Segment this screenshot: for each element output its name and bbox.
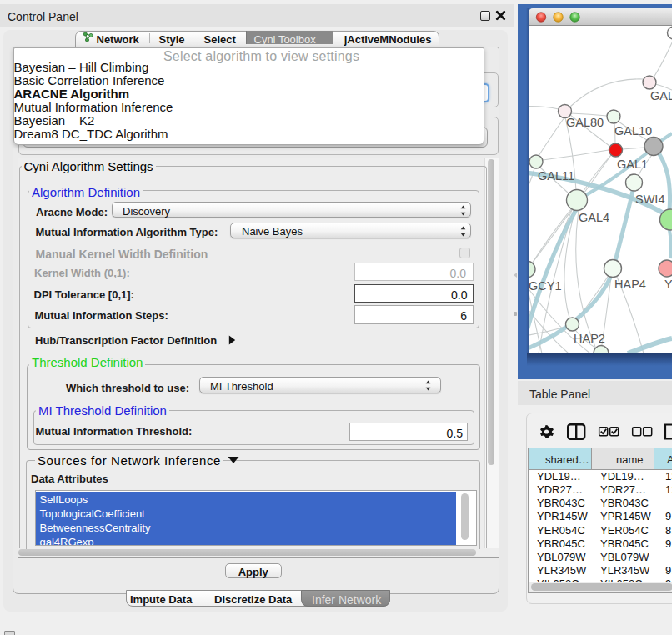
- svg-text:Y: Y: [664, 278, 672, 291]
- svg-text:GAL: GAL: [650, 89, 672, 102]
- svg-text:GAL10: GAL10: [614, 124, 652, 138]
- svg-text:GAL11: GAL11: [538, 169, 574, 182]
- svg-text:HAP4: HAP4: [614, 278, 646, 291]
- svg-text:HAP2: HAP2: [574, 332, 605, 345]
- svg-text:GCY1: GCY1: [529, 279, 562, 292]
- svg-text:GAL1: GAL1: [617, 158, 648, 171]
- svg-text:GAL80: GAL80: [566, 116, 604, 129]
- svg-text:SWI4: SWI4: [635, 192, 664, 206]
- svg-text:GAL4: GAL4: [579, 211, 609, 224]
